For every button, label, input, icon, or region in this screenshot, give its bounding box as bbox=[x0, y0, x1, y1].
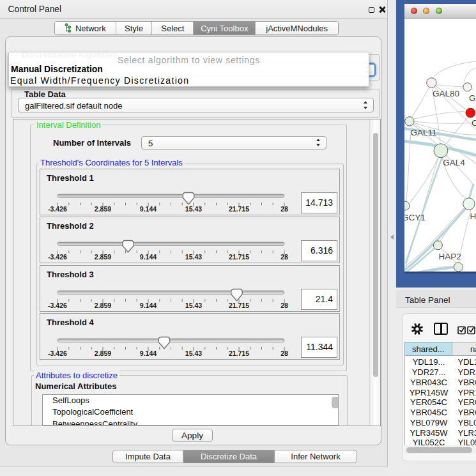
svg-text:GA: GA bbox=[469, 93, 476, 103]
svg-text:9.144: 9.144 bbox=[140, 205, 157, 213]
svg-text:-3.426: -3.426 bbox=[48, 253, 67, 261]
svg-text:21.715: 21.715 bbox=[229, 253, 249, 261]
svg-text:HA: HA bbox=[470, 211, 476, 221]
svg-text:28: 28 bbox=[280, 301, 288, 309]
svg-text:9.144: 9.144 bbox=[140, 253, 157, 261]
svg-text:HAP2: HAP2 bbox=[439, 252, 461, 261]
svg-text:28: 28 bbox=[280, 349, 288, 357]
svg-text:15.43: 15.43 bbox=[185, 349, 202, 357]
svg-text:28: 28 bbox=[280, 205, 288, 213]
svg-text:15.43: 15.43 bbox=[185, 205, 202, 213]
svg-text:21.715: 21.715 bbox=[229, 301, 249, 309]
svg-text:-3.426: -3.426 bbox=[48, 205, 67, 213]
svg-text:15.43: 15.43 bbox=[185, 301, 202, 309]
svg-text:GAL80: GAL80 bbox=[433, 89, 459, 98]
svg-text:2.859: 2.859 bbox=[95, 253, 111, 261]
svg-text:21.715: 21.715 bbox=[229, 349, 249, 357]
svg-text:GAL11: GAL11 bbox=[411, 128, 437, 137]
svg-text:GCY1: GCY1 bbox=[404, 213, 426, 222]
svg-text:2.859: 2.859 bbox=[95, 301, 111, 309]
svg-text:28: 28 bbox=[280, 253, 288, 261]
svg-text:9.144: 9.144 bbox=[140, 301, 157, 309]
svg-text:C: C bbox=[472, 118, 476, 128]
svg-text:GAL4: GAL4 bbox=[443, 158, 465, 167]
svg-text:9.144: 9.144 bbox=[140, 349, 157, 357]
svg-text:2.859: 2.859 bbox=[95, 349, 111, 357]
svg-text:2.859: 2.859 bbox=[95, 205, 111, 213]
svg-text:15.43: 15.43 bbox=[185, 253, 202, 261]
svg-text:-3.426: -3.426 bbox=[48, 301, 67, 309]
svg-text:-3.426: -3.426 bbox=[48, 349, 67, 357]
svg-text:21.715: 21.715 bbox=[229, 205, 249, 213]
